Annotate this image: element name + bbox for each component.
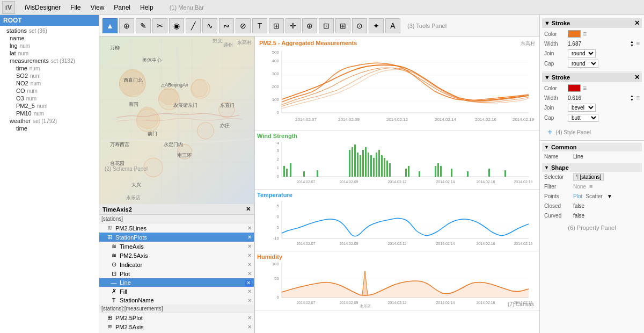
- schema-measurements[interactable]: measurements set (3132): [0, 57, 99, 64]
- schema-name[interactable]: name: [0, 34, 99, 42]
- pm25axis-close[interactable]: ✕: [247, 252, 252, 258]
- points-dropdown[interactable]: ▼: [607, 193, 612, 199]
- schema-pm10[interactable]: PM10 num: [0, 110, 99, 117]
- tool-grid[interactable]: ⊞: [269, 18, 284, 33]
- obj-timeaxis[interactable]: ≋ TimeAxis ✕: [99, 242, 254, 251]
- stroke2-color-menu[interactable]: ≡: [583, 84, 587, 92]
- tool-select[interactable]: ▲: [103, 18, 118, 33]
- tool-plus[interactable]: ✛: [286, 18, 301, 33]
- obj-pm25axis[interactable]: ≋ PM2.5Axis ✕: [99, 251, 254, 260]
- indicator-close[interactable]: ✕: [247, 262, 252, 267]
- schema-lat[interactable]: lat num: [0, 49, 99, 57]
- stationname-close[interactable]: ✕: [247, 298, 252, 303]
- stroke1-color-menu[interactable]: ≡: [583, 30, 587, 38]
- stroke1-title[interactable]: ▼ Stroke ✕: [542, 18, 642, 28]
- schema-pm25[interactable]: PM2_5 num: [0, 102, 99, 110]
- filter-menu-icon[interactable]: ≡: [589, 183, 592, 190]
- stroke2-cap-select[interactable]: butt round square: [568, 114, 598, 122]
- content-area: 万柳 美体中心 西直门北 △ABeijingAir 百国 农展馆东门 东直门 亦…: [99, 37, 539, 333]
- selector-value[interactable]: ¶ [stations]: [573, 173, 604, 181]
- stroke1-width-stepper[interactable]: ▲▼: [630, 40, 634, 47]
- obj-plot[interactable]: ⊡ Plot ✕: [99, 269, 254, 278]
- schema-weather[interactable]: weather set (1792): [0, 117, 99, 125]
- tool-zoom[interactable]: ⊕: [302, 18, 317, 33]
- schema-lng[interactable]: lng num: [0, 42, 99, 49]
- schema-o3[interactable]: O3 num: [0, 95, 99, 102]
- stroke1-join-row: Join round bevel miter: [542, 48, 642, 59]
- right-panels: ▼ Stroke ✕ Color ≡ Width 1.687 ▲▼ ≡: [539, 15, 644, 333]
- tool-circle[interactable]: ◉: [169, 18, 184, 33]
- tool-measure[interactable]: ⊡: [319, 18, 334, 33]
- obj-pm25lines[interactable]: ≋ PM2.5Lines ✕: [99, 223, 254, 233]
- menu-view[interactable]: View: [86, 3, 109, 12]
- pm25lines-close[interactable]: ✕: [247, 225, 252, 231]
- timeaxis-close[interactable]: ✕: [247, 243, 252, 249]
- obj-line[interactable]: — Line ✕: [99, 278, 254, 287]
- tool-line[interactable]: ╱: [186, 18, 201, 33]
- tool-type2[interactable]: A: [385, 18, 400, 33]
- menu-file[interactable]: File: [66, 3, 85, 12]
- plot-close[interactable]: ✕: [247, 271, 252, 277]
- tool-pen[interactable]: ✎: [136, 18, 151, 33]
- menu-panel[interactable]: Panel: [109, 3, 135, 12]
- schema-co[interactable]: CO num: [0, 87, 99, 95]
- tool-bezier[interactable]: ∾: [219, 18, 234, 33]
- objects-close[interactable]: ✕: [246, 206, 251, 213]
- tool-cut[interactable]: ✂: [152, 18, 167, 33]
- map-label-tongzhou: 通州: [223, 42, 233, 49]
- stroke1-width-menu[interactable]: ≡: [636, 40, 640, 47]
- stroke2-width-stepper[interactable]: ▲▼: [630, 94, 634, 102]
- obj-fill[interactable]: ✗ Fill ✕: [99, 287, 254, 296]
- stroke1-join-select[interactable]: round bevel miter: [568, 49, 596, 57]
- fill-close[interactable]: ✕: [247, 288, 252, 294]
- pm25axis2-close[interactable]: ✕: [247, 324, 252, 330]
- pm25plot-close[interactable]: ✕: [247, 315, 252, 321]
- tool-anchor[interactable]: ✦: [369, 18, 384, 33]
- add-stroke-button[interactable]: +: [544, 127, 555, 137]
- stroke2-title[interactable]: ▼ Stroke ✕: [542, 73, 642, 82]
- tools-annotation: (3) Tools Panel: [407, 23, 447, 29]
- filter-value: None: [573, 184, 586, 190]
- stroke2-join-select[interactable]: bevel round miter: [568, 104, 596, 112]
- stroke2-close[interactable]: ✕: [634, 74, 640, 81]
- common-section-header[interactable]: ▼ Common: [542, 143, 642, 151]
- svg-rect-56: [376, 153, 377, 177]
- stroke1-close[interactable]: ✕: [634, 19, 640, 27]
- schema-time2[interactable]: time: [0, 125, 99, 132]
- tool-text[interactable]: T: [252, 18, 267, 33]
- obj-pm25axis2[interactable]: ≋ PM2.5Axis ✕: [99, 322, 254, 331]
- svg-rect-44: [303, 171, 305, 177]
- schema-stations[interactable]: stations set (36): [0, 27, 99, 34]
- stationplots-close[interactable]: ✕: [247, 234, 252, 240]
- obj-stationname[interactable]: T StationName ✕: [99, 296, 254, 305]
- tool-align[interactable]: ⊞: [335, 18, 350, 33]
- stroke2-color-swatch[interactable]: [568, 84, 581, 92]
- schema-pm10-type: num: [34, 111, 44, 117]
- stroke1-cap-select[interactable]: round butt square: [568, 60, 598, 68]
- menu-app-name[interactable]: iVisDesigner: [20, 3, 65, 12]
- schema-so2[interactable]: SO2 num: [0, 72, 99, 79]
- points-value[interactable]: Plot: [573, 193, 582, 199]
- tool-handle[interactable]: ⊙: [352, 18, 367, 33]
- obj-stationplots[interactable]: ⊞ StationPlots ✕: [99, 233, 254, 242]
- schema-no2[interactable]: NO2 num: [0, 79, 99, 87]
- stroke2-width-menu[interactable]: ≡: [636, 94, 640, 102]
- center-area: ▲ ⊕ ✎ ✂ ◉ ╱ ∿ ∾ ⊘ T ⊞ ✛ ⊕ ⊡ ⊞ ⊙ ✦ A (3) …: [99, 15, 539, 333]
- line-icon: —: [110, 279, 118, 286]
- tool-transform[interactable]: ⊕: [119, 18, 134, 33]
- shape-section-header[interactable]: ▼ Shape: [542, 163, 642, 172]
- menu-help[interactable]: Help: [136, 3, 158, 12]
- schema-header: ROOT: [0, 15, 99, 26]
- obj-pm25plot[interactable]: ⊞ PM2.5Plot ✕: [99, 313, 254, 322]
- svg-text:-10: -10: [273, 236, 279, 241]
- obj-indicator[interactable]: ⊙ Indicator ✕: [99, 260, 254, 269]
- tool-path[interactable]: ⊘: [236, 18, 251, 33]
- schema-annotation: (2) Schema Panel: [105, 166, 148, 172]
- stroke1-color-row: Color ≡: [542, 29, 642, 39]
- filter-label: Filter: [544, 184, 571, 190]
- schema-time[interactable]: time num: [0, 64, 99, 72]
- line-close[interactable]: ✕: [245, 280, 252, 286]
- points-scatter[interactable]: Scatter: [586, 193, 603, 199]
- tool-curve[interactable]: ∿: [202, 18, 217, 33]
- stroke1-color-swatch[interactable]: [568, 30, 581, 38]
